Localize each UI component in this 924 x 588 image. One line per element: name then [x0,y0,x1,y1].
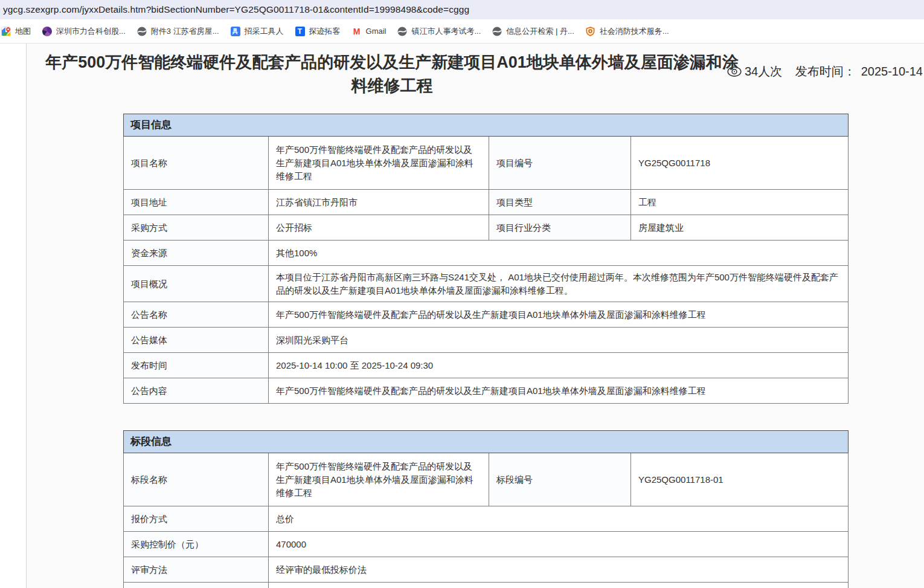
cell-label [124,583,269,588]
bookmark-label: 镇江市人事考试考... [411,26,481,37]
bookmark-tanji-tuoke[interactable]: T 探迹拓客 [295,26,341,37]
section-info-table: 标段信息 标段名称 年产500万件智能终端硬件及配套产品的研发以及生产新建项目A… [123,430,849,588]
map-pin-icon [1,27,11,36]
table-row: 公告内容 年产500万件智能终端硬件及配套产品的研发以及生产新建项目A01地块单… [124,378,849,404]
table-row: 资金来源 其他100% [124,241,849,266]
table-row: 采购方式 公开招标 项目行业分类 房屋建筑业 [124,215,849,241]
cell-value: 深圳阳光采购平台 [269,328,849,353]
cell-value: YG25QG0011718-01 [631,453,849,506]
bookmarks-bar: 地图 深圳市力合科创股... 附件3 江苏省房屋... 具 招采工具人 T 探迹… [0,19,924,44]
cell-label: 标段名称 [124,453,269,506]
bookmark-info-search[interactable]: 信息公开检索 | 丹... [492,26,574,37]
bookmark-label: 社会消防技术服务... [600,26,669,37]
bookmark-lihe-kechuang[interactable]: 深圳市力合科创股... [42,26,126,37]
cell-label: 公告媒体 [124,328,269,353]
cell-value: 2025-10-14 10:00 至 2025-10-24 09:30 [269,353,849,378]
table-row: 项目名称 年产500万件智能终端硬件及配套产品的研发以及生产新建项目A01地块单… [124,137,849,190]
cell-value: 江苏省镇江市丹阳市 [269,190,489,215]
cell-value: 经评审的最低投标价法 [269,557,849,583]
bookmark-label: 地图 [15,26,31,37]
cell-label: 评审方法 [124,557,269,583]
cell-value: 470000 [269,532,849,557]
table-row: 公告名称 年产500万件智能终端硬件及配套产品的研发以及生产新建项目A01地块单… [124,302,849,328]
cell-label: 发布时间 [124,353,269,378]
section-header: 项目信息 [124,114,849,137]
cell-label: 项目概况 [124,266,269,302]
table-row: 标段名称 年产500万件智能终端硬件及配套产品的研发以及生产新建项目A01地块单… [124,453,849,506]
publish-date: 2025-10-14 [861,65,923,78]
bookmark-label: 附件3 江苏省房屋... [151,26,219,37]
cell-label: 报价方式 [124,506,269,532]
project-info-table: 项目信息 项目名称 年产500万件智能终端硬件及配套产品的研发以及生产新建项目A… [123,114,849,404]
table-row: 项目信息 [124,114,849,137]
fire-shield-icon [586,27,595,36]
cell-label: 公告名称 [124,302,269,328]
bookmark-label: Gmail [366,27,387,36]
publish-time: 发布时间：2025-10-14 [795,63,923,80]
table-row: 报价方式 总价 [124,506,849,532]
cell-value: YG25QG0011718 [631,137,849,190]
cell-value: 房屋建筑业 [631,215,849,241]
bookmark-zhenjiang-exam[interactable]: 镇江市人事考试考... [397,26,481,37]
cell-label: 采购控制价（元） [124,532,269,557]
table-row [124,583,849,588]
view-count-text: 34人次 [745,63,782,80]
cell-label: 采购方式 [124,215,269,241]
cell-label: 公告内容 [124,378,269,404]
cell-value: 本项目位于江苏省丹阳市高新区南三环路与S241交叉处， A01地块已交付使用超过… [269,266,849,302]
page-content: 年产500万件智能终端硬件及配套产品的研发以及生产新建项目A01地块单体外墙及屋… [26,44,924,588]
bookmark-gmail[interactable]: M Gmail [352,27,387,36]
table-row: 项目地址 江苏省镇江市丹阳市 项目类型 工程 [124,190,849,215]
cell-value: 公开招标 [269,215,489,241]
eye-icon [727,66,742,77]
bookmark-label: 探迹拓客 [309,26,341,37]
globe-icon [492,27,502,36]
cell-label: 资金来源 [124,241,269,266]
table-row: 评审方法 经评审的最低投标价法 [124,557,849,583]
cell-value: 其他100% [269,241,849,266]
table-row: 发布时间 2025-10-14 10:00 至 2025-10-24 09:30 [124,353,849,378]
bookmark-label: 信息公开检索 | 丹... [506,26,574,37]
table-row: 标段信息 [124,431,849,453]
page-title: 年产500万件智能终端硬件及配套产品的研发以及生产新建项目A01地块单体外墙及屋… [39,51,745,98]
cell-value: 年产500万件智能终端硬件及配套产品的研发以及生产新建项目A01地块单体外墙及屋… [269,302,849,328]
cell-value: 年产500万件智能终端硬件及配套产品的研发以及生产新建项目A01地块单体外墙及屋… [269,453,489,506]
view-count: 34人次 [727,63,782,80]
bookmark-label: 招采工具人 [245,26,284,37]
cell-value [269,583,849,588]
cell-label: 项目编号 [489,137,631,190]
bookmark-map[interactable]: 地图 [1,26,31,37]
purple-circle-logo-icon [42,27,52,36]
bookmark-label: 深圳市力合科创股... [56,26,126,37]
table-row: 采购控制价（元） 470000 [124,532,849,557]
bookmark-zhaocai-tool[interactable]: 具 招采工具人 [231,26,284,37]
cell-value: 年产500万件智能终端硬件及配套产品的研发以及生产新建项目A01地块单体外墙及屋… [269,137,489,190]
cell-label: 项目名称 [124,137,269,190]
cell-value: 年产500万件智能终端硬件及配套产品的研发以及生产新建项目A01地块单体外墙及屋… [269,378,849,404]
publish-time-label: 发布时间： [795,65,856,78]
cell-label: 项目地址 [124,190,269,215]
cell-label: 标段编号 [489,453,631,506]
gmail-icon: M [352,27,362,36]
cell-label: 项目行业分类 [489,215,631,241]
table-row: 公告媒体 深圳阳光采购平台 [124,328,849,353]
blue-t-icon: T [295,27,305,36]
section-header: 标段信息 [124,431,849,453]
cell-value: 工程 [631,190,849,215]
cell-label: 项目类型 [489,190,631,215]
globe-icon [397,27,407,36]
url-bar[interactable]: ygcg.szexgrp.com/jyxxDetails.htm?bidSect… [0,0,924,19]
globe-icon [137,27,147,36]
table-row: 项目概况 本项目位于江苏省丹阳市高新区南三环路与S241交叉处， A01地块已交… [124,266,849,302]
bookmark-fire-service[interactable]: 社会消防技术服务... [586,26,669,37]
blue-tool-icon: 具 [231,27,240,36]
cell-value: 总价 [269,506,849,532]
page-url[interactable]: ygcg.szexgrp.com/jyxxDetails.htm?bidSect… [0,4,469,15]
bookmark-attachment3[interactable]: 附件3 江苏省房屋... [137,26,219,37]
